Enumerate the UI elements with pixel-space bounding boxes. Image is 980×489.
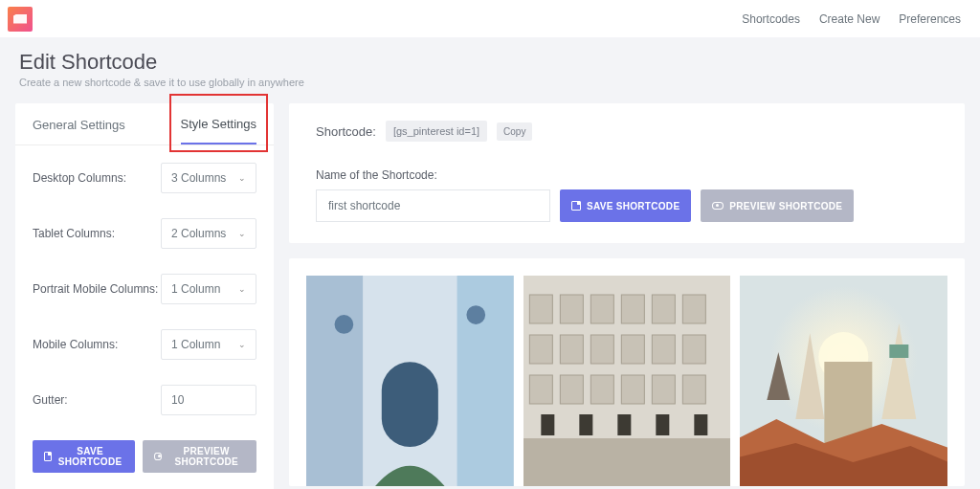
copy-shortcode-button[interactable]: Copy [497,122,532,141]
app-logo [8,7,33,32]
svg-point-4 [335,315,354,334]
shortcode-name-input[interactable]: first shortcode [316,189,550,222]
mobile-columns-select[interactable]: 1 Column⌄ [161,329,256,360]
chevron-down-icon: ⌄ [238,173,246,183]
svg-rect-15 [560,335,583,364]
svg-rect-27 [579,414,592,435]
shortcode-name-label: Name of the Shortcode: [316,168,938,182]
svg-rect-23 [621,375,644,404]
chevron-down-icon: ⌄ [238,284,246,294]
settings-sidebar: General Settings Style Settings Desktop … [15,103,274,489]
svg-rect-17 [621,335,644,364]
gallery-image [523,276,731,486]
svg-rect-18 [652,335,675,364]
svg-rect-29 [656,414,669,435]
gallery-image [306,276,514,486]
save-shortcode-button-main[interactable]: SAVE SHORTCODE [560,189,691,222]
preview-gallery [289,258,965,486]
desktop-columns-select[interactable]: 3 Columns⌄ [161,163,256,193]
svg-rect-16 [590,335,613,364]
shortcode-code: [gs_pinterest id=1] [386,121,487,142]
page-title: Edit Shortcode [19,50,961,75]
chevron-down-icon: ⌄ [238,229,246,238]
tablet-columns-select[interactable]: 2 Columns⌄ [161,218,256,249]
page-header: Edit Shortcode Create a new shortcode & … [0,38,980,103]
gutter-label: Gutter: [33,393,161,407]
svg-rect-7 [523,438,731,486]
settings-tabs: General Settings Style Settings [15,103,274,145]
svg-rect-12 [652,295,675,323]
desktop-columns-label: Desktop Columns: [33,171,161,185]
mobile-columns-label: Mobile Columns: [33,338,161,351]
shortcode-panel: Shortcode: [gs_pinterest id=1] Copy Name… [289,103,965,243]
preview-shortcode-button[interactable]: PREVIEW SHORTCODE [143,440,256,473]
top-bar: Shortcodes Create New Preferences [0,0,980,38]
svg-rect-1 [306,276,363,486]
svg-rect-21 [560,375,583,404]
shortcode-label: Shortcode: [316,124,376,139]
svg-rect-26 [541,414,554,435]
eye-icon [712,202,724,210]
svg-rect-25 [682,375,705,404]
svg-rect-30 [694,414,707,435]
nav-create-new[interactable]: Create New [819,12,880,26]
svg-point-5 [466,305,485,324]
svg-rect-9 [560,295,583,323]
eye-icon [154,453,163,460]
top-nav: Shortcodes Create New Preferences [742,12,961,26]
svg-rect-8 [529,295,552,323]
gallery-image [740,276,947,486]
portrait-mobile-columns-label: Portrait Mobile Columns: [33,282,161,296]
tab-style-settings[interactable]: Style Settings [181,103,257,144]
tablet-columns-label: Tablet Columns: [33,227,161,240]
svg-rect-37 [890,345,909,358]
nav-preferences[interactable]: Preferences [899,12,961,26]
svg-rect-2 [457,276,514,486]
svg-rect-11 [621,295,644,323]
save-shortcode-button[interactable]: SAVE SHORTCODE [33,440,135,473]
page-subtitle: Create a new shortcode & save it to use … [19,77,961,88]
save-icon [44,452,52,461]
svg-rect-13 [682,295,705,323]
svg-rect-20 [529,375,552,404]
svg-rect-3 [382,362,438,447]
svg-rect-28 [617,414,631,435]
chevron-down-icon: ⌄ [238,340,246,349]
svg-rect-19 [682,335,705,364]
preview-shortcode-button-main[interactable]: PREVIEW SHORTCODE [701,189,854,222]
svg-rect-24 [652,375,675,404]
gutter-input[interactable]: 10 [161,385,256,415]
svg-rect-10 [590,295,613,323]
save-icon [571,201,581,211]
portrait-mobile-columns-select[interactable]: 1 Column⌄ [161,274,256,304]
tab-general-settings[interactable]: General Settings [33,104,125,144]
svg-rect-14 [529,335,552,364]
svg-rect-22 [590,375,613,404]
nav-shortcodes[interactable]: Shortcodes [742,12,800,26]
